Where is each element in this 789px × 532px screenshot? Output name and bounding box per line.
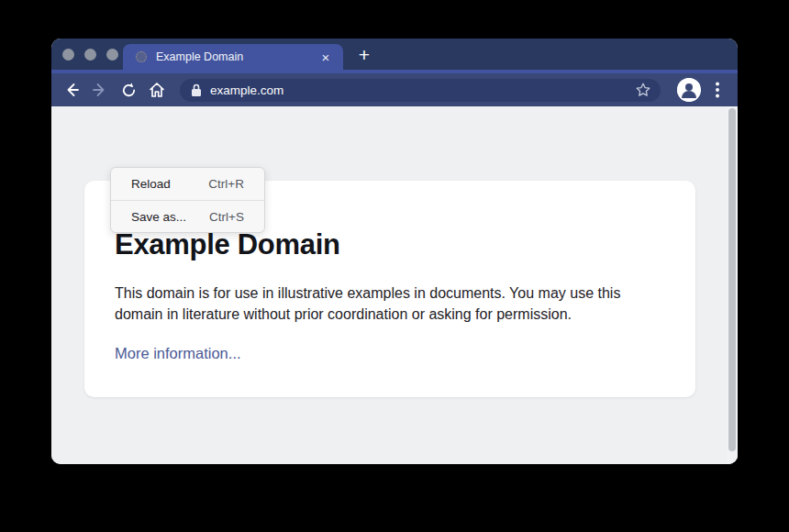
menu-item-shortcut: Ctrl+S: [209, 210, 244, 224]
browser-menu-button[interactable]: [706, 78, 728, 102]
back-arrow-icon: [62, 81, 81, 99]
menu-item-label: Save as...: [131, 210, 186, 224]
page-title: Example Domain: [115, 228, 695, 261]
person-icon: [677, 78, 701, 102]
forward-button[interactable]: [87, 77, 113, 103]
tab-title: Example Domain: [156, 50, 317, 63]
tab-example-domain[interactable]: Example Domain ×: [123, 44, 343, 70]
profile-avatar-button[interactable]: [677, 78, 701, 102]
scrollbar-thumb[interactable]: [728, 108, 736, 451]
browser-window: Example Domain × +: [51, 39, 738, 464]
back-button[interactable]: [59, 77, 84, 103]
window-minimize-button[interactable]: [84, 49, 96, 61]
menu-item-save-as[interactable]: Save as... Ctrl+S: [111, 200, 264, 232]
url-text[interactable]: example.com: [210, 83, 635, 97]
reload-button[interactable]: [116, 77, 141, 103]
tab-close-icon[interactable]: ×: [317, 49, 334, 65]
scrollbar-track[interactable]: [727, 106, 738, 464]
three-dots-icon: [716, 82, 719, 98]
tab-favicon-icon: [136, 51, 147, 62]
home-button[interactable]: [144, 77, 170, 103]
menu-item-reload[interactable]: Reload Ctrl+R: [111, 168, 264, 200]
reload-icon: [120, 82, 138, 99]
menu-item-shortcut: Ctrl+R: [208, 177, 244, 191]
menu-item-label: Reload: [131, 177, 171, 191]
browser-toolbar: example.com: [51, 73, 738, 106]
lock-icon: [191, 83, 202, 97]
home-icon: [148, 81, 166, 99]
window-zoom-button[interactable]: [106, 49, 118, 61]
context-menu: Reload Ctrl+R Save as... Ctrl+S: [110, 167, 265, 233]
window-controls: [62, 49, 118, 61]
page-viewport: Example Domain This domain is for use in…: [51, 106, 738, 464]
new-tab-button[interactable]: +: [350, 42, 378, 68]
window-close-button[interactable]: [62, 49, 74, 61]
more-information-link[interactable]: More information...: [115, 345, 241, 362]
tab-bar: Example Domain × +: [51, 39, 738, 70]
page-paragraph: This domain is for use in illustrative e…: [115, 283, 658, 325]
forward-arrow-icon: [91, 81, 109, 99]
url-bar[interactable]: example.com: [180, 79, 661, 102]
bookmark-star-icon[interactable]: [635, 82, 651, 98]
